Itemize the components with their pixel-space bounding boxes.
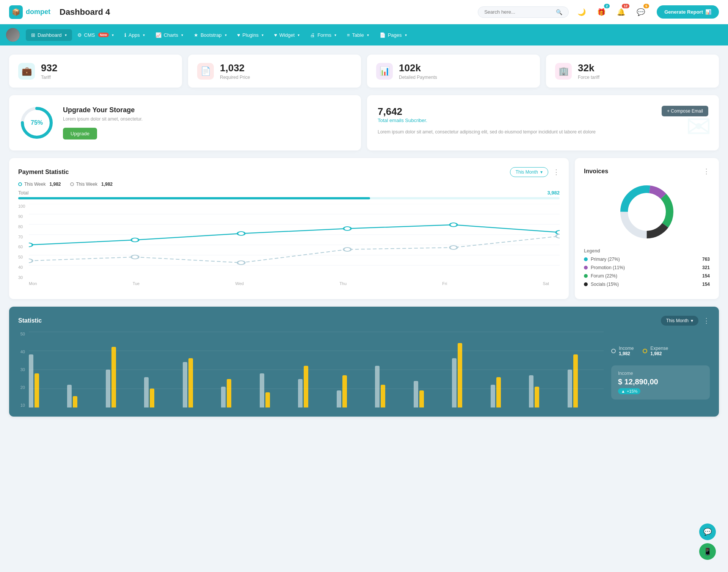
legend-label-1: This Week xyxy=(24,182,46,187)
stat-info: 932 Tariff xyxy=(41,62,57,80)
nav-bootstrap[interactable]: ★ Bootstrap ▾ xyxy=(188,29,232,41)
bell-icon[interactable]: 🔔 12 xyxy=(614,5,628,19)
header-icons: 🌙 🎁 2 🔔 12 💬 5 Generate Report 📊 xyxy=(575,5,719,19)
svg-point-10 xyxy=(131,238,138,242)
expense-label: Expense xyxy=(650,346,668,351)
nav-pages-label: Pages xyxy=(388,32,402,38)
legend-val-2: 1,982 xyxy=(101,182,113,187)
bar-yellow xyxy=(419,390,424,407)
logo-text: dompet xyxy=(26,8,50,16)
this-month-button[interactable]: This Month ▾ xyxy=(510,167,548,177)
promotion-value: 321 xyxy=(702,265,710,270)
moon-icon[interactable]: 🌙 xyxy=(575,5,588,19)
storage-progress: 75% xyxy=(20,106,54,140)
forum-dot xyxy=(584,274,588,278)
nav-apps-label: Apps xyxy=(129,32,140,38)
email-card: 7,642 Total emails Subcriber. + Compose … xyxy=(367,95,719,150)
nav-plugins[interactable]: ♥ Plugins ▾ xyxy=(232,29,269,41)
legend-item-forum: Forum (22%) xyxy=(584,273,702,279)
legend-dot-1 xyxy=(18,182,22,186)
bar-yellow xyxy=(535,387,539,407)
donut-svg xyxy=(617,182,677,242)
nav-forms[interactable]: 🖨 Forms ▾ xyxy=(305,29,342,41)
email-card-top: 7,642 Total emails Subcriber. + Compose … xyxy=(378,106,708,126)
income-box: Income $ 12,890,00 ▲ +15% xyxy=(611,365,710,400)
main-content: 💼 932 Tariff 📄 1,032 Required Price 📊 10… xyxy=(0,45,728,426)
force-label: Force tariff xyxy=(578,75,599,80)
nav-charts-label: Charts xyxy=(164,32,178,38)
storage-info: Upgrade Your Storage Lorem ipsum dolor s… xyxy=(63,106,143,139)
expense-legend-text: Expense 1,982 xyxy=(650,346,668,356)
apps-icon: ℹ xyxy=(124,32,126,38)
gift-icon[interactable]: 🎁 2 xyxy=(595,5,608,19)
upgrade-button[interactable]: Upgrade xyxy=(63,128,97,139)
bar-white xyxy=(414,381,418,407)
nav-dashboard[interactable]: ⊞ Dashboard ▾ xyxy=(26,29,72,41)
legend-dot-2 xyxy=(70,182,74,186)
promotion-dot xyxy=(584,266,588,270)
statistic-title: Statistic xyxy=(18,317,42,324)
chevron-down-icon: ▾ xyxy=(540,169,543,175)
socials-dot xyxy=(584,282,588,286)
avatar xyxy=(6,28,20,42)
nav-table[interactable]: ≡ Table ▾ xyxy=(342,29,374,41)
chat-badge: 5 xyxy=(643,4,649,8)
nav-widget[interactable]: ♥ Widget ▾ xyxy=(269,29,305,41)
invoices-more-button[interactable]: ⋮ xyxy=(703,167,710,176)
bar-group xyxy=(337,375,373,407)
middle-row: 75% Upgrade Your Storage Lorem ipsum dol… xyxy=(9,95,719,150)
chart-x-labels: Mon Tue Wed Thu Fri Sat xyxy=(18,280,560,286)
statistic-month-button[interactable]: This Month ▾ xyxy=(661,316,698,326)
storage-percent: 75% xyxy=(31,119,43,126)
statistic-more-button[interactable]: ⋮ xyxy=(703,317,710,325)
storage-title: Upgrade Your Storage xyxy=(63,106,143,114)
statistic-right: Income 1,982 Expense 1,982 Income $ xyxy=(611,332,710,407)
bar-yellow xyxy=(496,377,501,407)
this-month-label: This Month xyxy=(516,169,538,175)
svg-point-9 xyxy=(29,243,33,247)
bar-group xyxy=(183,358,219,407)
storage-desc: Lorem ipsum dolor sit amet, onsectetur. xyxy=(63,116,143,122)
bar-white xyxy=(298,379,303,407)
chevron-icon: ▾ xyxy=(298,33,300,37)
price-icon: 📄 xyxy=(197,63,214,80)
nav-table-label: Table xyxy=(352,32,364,38)
chat-icon[interactable]: 💬 5 xyxy=(634,5,648,19)
svg-point-18 xyxy=(344,248,351,251)
bar-white xyxy=(375,366,380,407)
invoices-card: Invoices ⋮ xyxy=(575,158,719,299)
search-icon[interactable]: 🔍 xyxy=(556,9,562,15)
socials-value: 154 xyxy=(702,282,710,287)
generate-report-label: Generate Report xyxy=(664,9,703,15)
chevron-icon: ▾ xyxy=(262,33,264,37)
nav-bootstrap-label: Bootstrap xyxy=(201,32,222,38)
stat-cards-grid: 💼 932 Tariff 📄 1,032 Required Price 📊 10… xyxy=(9,55,719,88)
line-chart-svg xyxy=(29,204,560,276)
expense-value: 1,982 xyxy=(650,351,668,356)
invoices-title: Invoices xyxy=(584,168,608,175)
primary-value: 763 xyxy=(702,257,710,262)
forms-icon: 🖨 xyxy=(310,32,315,38)
total-row: Total 3,982 xyxy=(18,190,560,196)
bar-group xyxy=(375,366,411,407)
nav-apps[interactable]: ℹ Apps ▾ xyxy=(119,29,150,41)
bar-white xyxy=(337,390,341,407)
nav-cms[interactable]: ⚙ CMS New ▾ xyxy=(72,29,119,41)
bar-chart-area: 50 40 30 20 10 xyxy=(18,332,604,407)
income-legend-text: Income 1,982 xyxy=(619,346,634,356)
chevron-icon: ▾ xyxy=(334,33,336,37)
legend-item-primary: Primary (27%) xyxy=(584,257,702,262)
nav-pages[interactable]: 📄 Pages ▾ xyxy=(374,29,412,41)
nav-charts[interactable]: 📈 Charts ▾ xyxy=(150,29,188,41)
svg-point-19 xyxy=(450,246,457,249)
bar-group xyxy=(452,343,488,407)
search-input[interactable] xyxy=(484,9,553,15)
svg-point-20 xyxy=(556,234,560,238)
generate-report-button[interactable]: Generate Report 📊 xyxy=(657,5,719,19)
invoices-legend-list: Primary (27%) 763 Promotion (11%) 321 xyxy=(584,257,710,287)
email-subtitle: Total emails Subcriber. xyxy=(378,118,427,123)
legend-item-promotion: Promotion (11%) xyxy=(584,265,702,270)
more-options-button[interactable]: ⋮ xyxy=(553,168,560,176)
svg-point-14 xyxy=(556,230,560,234)
income-label: Income xyxy=(619,346,634,351)
